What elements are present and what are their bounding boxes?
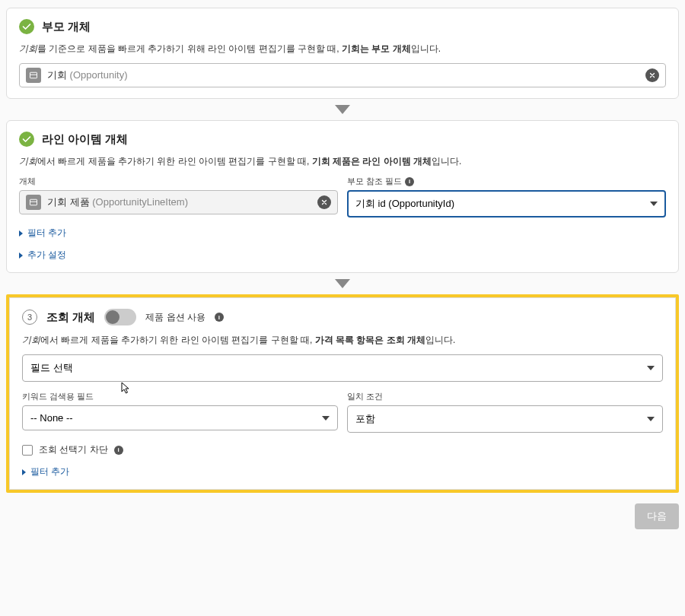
toggle-label: 제품 옵션 사용 (145, 311, 206, 324)
keyword-search-select[interactable]: -- None -- (22, 405, 338, 430)
block-lookup-checkbox[interactable] (22, 445, 33, 456)
info-icon[interactable]: i (215, 313, 224, 322)
select-value: 필드 선택 (30, 361, 73, 375)
line-item-object-card: 라인 아이템 개체 기회에서 빠르게 제품을 추가하기 위한 라인 아이템 편집… (6, 120, 679, 273)
additional-settings-link[interactable]: 추가 설정 (19, 249, 666, 262)
block-lookup-row: 조회 선택기 차단 i (22, 443, 663, 456)
highlighted-section: 3 조회 개체 제품 옵션 사용 i 기회에서 빠르게 제품을 추가하기 위한 … (6, 294, 679, 493)
section-desc: 기회에서 빠르게 제품을 추가하기 위한 라인 아이템 편집기를 구현할 때, … (19, 154, 666, 168)
info-icon[interactable]: i (114, 446, 123, 455)
card-header: 라인 아이템 개체 (19, 132, 666, 147)
triangle-right-icon (19, 230, 23, 237)
footer: 다음 (6, 503, 679, 529)
line-item-object-lookup[interactable]: 기회 제품 (OpportunityLineItem) (19, 190, 338, 214)
parent-object-lookup[interactable]: 기회 (Opportunity) (19, 63, 666, 87)
lookup-value: 기회 (Opportunity) (47, 68, 639, 82)
step-number: 3 (22, 310, 37, 325)
check-icon (19, 19, 34, 34)
card-header: 부모 개체 (19, 19, 666, 34)
lookup-value: 기회 제품 (OpportunityLineItem) (47, 195, 311, 209)
info-icon[interactable]: i (405, 177, 414, 186)
object-badge-icon (26, 68, 41, 83)
flow-arrow-icon (6, 279, 679, 288)
svg-rect-2 (30, 199, 37, 205)
field-select[interactable]: 필드 선택 (22, 354, 663, 382)
section-title: 부모 개체 (42, 20, 91, 34)
add-filter-link[interactable]: 필터 추가 (19, 227, 666, 240)
chevron-down-icon (322, 416, 330, 421)
check-icon (19, 132, 34, 147)
match-condition-select[interactable]: 포함 (347, 405, 663, 433)
select-value: 기회 id (OpportunityId) (355, 197, 454, 211)
select-value: -- None -- (30, 412, 73, 424)
flow-arrow-icon (6, 105, 679, 114)
keyword-search-label: 키워드 검색용 필드 (22, 391, 338, 402)
checkbox-label: 조회 선택기 차단 (39, 443, 108, 456)
section-desc: 기회에서 빠르게 제품을 추가하기 위한 라인 아이템 편집기를 구현할 때, … (22, 333, 663, 347)
triangle-right-icon (19, 252, 23, 259)
clear-icon[interactable] (645, 68, 659, 82)
parent-ref-label: 부모 참조 필드 i (347, 176, 666, 187)
add-filter-link[interactable]: 필터 추가 (22, 465, 663, 478)
triangle-right-icon (22, 469, 26, 475)
svg-rect-0 (30, 72, 37, 78)
object-badge-icon (26, 195, 41, 210)
parent-object-card: 부모 개체 기회를 기준으로 제품을 빠르게 추가하기 위해 라인 아이템 편집… (6, 8, 679, 99)
lookup-object-card: 3 조회 개체 제품 옵션 사용 i 기회에서 빠르게 제품을 추가하기 위한 … (9, 297, 676, 490)
section-title: 조회 개체 (46, 310, 95, 325)
product-option-toggle[interactable] (104, 309, 136, 325)
match-condition-label: 일치 조건 (347, 391, 663, 402)
parent-ref-select[interactable]: 기회 id (OpportunityId) (347, 190, 666, 218)
clear-icon[interactable] (317, 195, 331, 209)
chevron-down-icon (650, 202, 658, 206)
object-label: 개체 (19, 176, 338, 187)
card-header: 3 조회 개체 제품 옵션 사용 i (22, 309, 663, 325)
section-title: 라인 아이템 개체 (42, 132, 128, 147)
section-desc: 기회를 기준으로 제품을 빠르게 추가하기 위해 라인 아이템 편집기를 구현할… (19, 42, 666, 56)
select-value: 포함 (355, 412, 375, 426)
next-button[interactable]: 다음 (635, 503, 679, 529)
chevron-down-icon (647, 366, 655, 370)
chevron-down-icon (647, 417, 655, 421)
